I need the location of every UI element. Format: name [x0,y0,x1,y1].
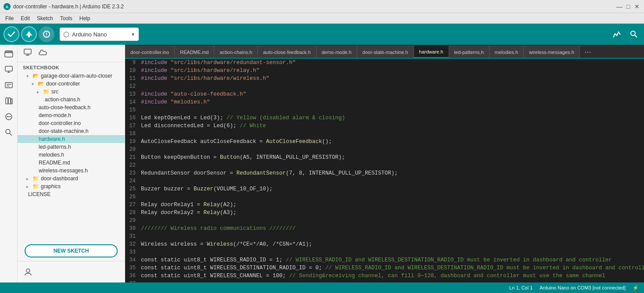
svg-rect-23 [24,49,31,54]
tree-led-patterns[interactable]: led-patterns.h [18,143,125,151]
tree-graphics[interactable]: ▸ 📁 graphics [18,182,125,190]
code-line: 22 [125,161,644,169]
monitor-icon[interactable] [2,62,16,76]
code-editor[interactable]: 9#include "src/libs/hardware/redundant-s… [125,59,644,282]
svg-line-8 [635,35,637,37]
tab-door-state-machine[interactable]: door-state-machine.h [357,46,414,58]
line-code [141,106,644,114]
code-line: 35const static uint8_t WIRELESS_DESTINAT… [125,264,644,272]
line-code: Button keepOpenButton = Button(A5, INTER… [141,154,644,161]
line-code: Led disconnectedLed = Led(6); // White [141,122,644,130]
line-number: 31 [125,232,141,240]
new-sketch-button[interactable]: NEW SKETCH [25,244,118,257]
tree-action-chains[interactable]: action-chains.h [18,96,125,104]
upload-button[interactable] [21,26,37,42]
code-line: 14#include "melodies.h" [125,98,644,106]
code-line: 30//////// Wireless radio communications… [125,225,644,232]
tab-auto-close-feedback[interactable]: auto-close-feedback.h [258,46,316,58]
code-line: 26 [125,193,644,201]
tree-door-controller-ino[interactable]: door-controller.ino [18,119,125,127]
tree-wireless-messages[interactable]: wireless-messages.h [18,167,125,175]
menu-file[interactable]: File [2,14,17,22]
svg-line-22 [10,133,12,136]
tab-demo-mode[interactable]: demo-mode.h [317,46,357,58]
folder-icon: 📁 [43,89,50,95]
line-number: 21 [125,154,141,161]
board-selector[interactable]: ⬡ Arduino Nano ▼ [60,28,139,41]
line-code [141,193,644,201]
line-number: 36 [125,272,141,280]
tree-door-controller[interactable]: ▾ 📂 door-controller [18,80,125,88]
folder-open-icon: 📂 [38,81,44,87]
computer-icon[interactable] [23,47,32,59]
app-icon: A [4,3,11,10]
svg-point-6 [46,36,47,36]
code-line: 32Wireless wireless = Wireless(/*CE=*/A0… [125,240,644,248]
tree-hardware-h[interactable]: hardware.h [18,135,125,143]
tree-auto-close-feedback[interactable]: auto-close-feedback.h [18,104,125,111]
close-button[interactable]: ✕ [633,3,640,10]
board-manager-icon[interactable] [2,78,16,92]
line-code: const static uint8_t WIRELESS_DESTINATIO… [141,264,644,272]
tree-door-state-machine[interactable]: door-state-machine.h [18,127,125,135]
tab-more-button[interactable]: ⋯ [581,46,595,58]
line-code: //////// Wireless radio communications /… [141,225,644,232]
tree-src[interactable]: ▸ 📁 src [18,88,125,96]
code-line: 15 [125,106,644,114]
library-manager-icon[interactable] [2,94,16,108]
svg-rect-13 [5,82,12,88]
tree-door-dashboard[interactable]: ▸ 📁 door-dashboard [18,175,125,182]
menu-sketch[interactable]: Sketch [33,14,57,22]
code-line: 17Led disconnectedLed = Led(6); // White [125,122,644,130]
sidebar-bottom [18,261,125,282]
debug-button[interactable] [39,26,54,42]
code-line: 11#include "src/libs/hardware/wireless.h… [125,75,644,82]
folder-icon[interactable] [2,46,16,61]
tree-readme[interactable]: README.md [18,159,125,167]
code-line: 16Led keptOpenLed = Led(3); // Yellow (d… [125,114,644,122]
minimize-button[interactable]: — [616,3,623,10]
line-code [141,232,644,240]
sidebar-label: SKETCHBOOK [18,62,125,71]
chevron-right-icon: ▸ [26,184,32,189]
tree-melodies[interactable]: melodies.h [18,151,125,159]
board-name: Arduino Nano [72,31,128,38]
tab-readme[interactable]: README.md [175,46,214,58]
serial-plotter-button[interactable] [611,28,624,41]
tab-hardware[interactable]: hardware.h [414,46,449,58]
title-bar: A door-controller - hardware.h | Arduino… [0,0,644,13]
line-number: 37 [125,280,141,282]
tab-melodies[interactable]: melodies.h [489,46,524,58]
code-line: 19AutoCloseFeedback autoCloseFeedback = … [125,138,644,146]
menu-tools[interactable]: Tools [57,14,76,22]
line-number: 9 [125,59,141,67]
tree-demo-mode[interactable]: demo-mode.h [18,111,125,119]
line-code: #include "auto-close-feedback.h" [141,90,644,98]
tab-wireless-messages[interactable]: wireless-messages.h [524,46,580,58]
search-button[interactable] [627,28,640,41]
cloud-icon[interactable] [38,48,48,59]
code-line: 13#include "auto-close-feedback.h" [125,90,644,98]
line-code: AutoCloseFeedback autoCloseFeedback = Au… [141,138,644,146]
line-code: #include "melodies.h" [141,98,644,106]
tab-led-patterns[interactable]: led-patterns.h [449,46,489,58]
folder-open-icon: 📂 [32,73,39,79]
tree-garage-root[interactable]: ▾ 📂 garage-door-alarm-auto-closer [18,72,125,80]
line-number: 32 [125,240,141,248]
no-entry-icon[interactable] [2,110,16,124]
tab-action-chains[interactable]: action-chains.h [214,46,258,58]
menu-help[interactable]: Help [76,14,94,22]
tree-license[interactable]: LICENSE [18,190,125,198]
line-code: #include "src/libs/hardware/wireless.h" [141,75,644,82]
tab-door-controller-ino[interactable]: door-controller.ino [125,46,175,58]
window-controls: — □ ✕ [616,3,640,10]
chevron-down-icon: ▾ [32,82,37,86]
verify-button[interactable] [4,26,19,42]
svg-rect-3 [28,36,30,37]
user-icon[interactable] [21,265,35,279]
sidebar-header [18,45,125,62]
line-number: 22 [125,161,141,169]
search-rail-icon[interactable] [2,125,16,139]
maximize-button[interactable]: □ [625,3,632,10]
menu-edit[interactable]: Edit [17,14,33,22]
